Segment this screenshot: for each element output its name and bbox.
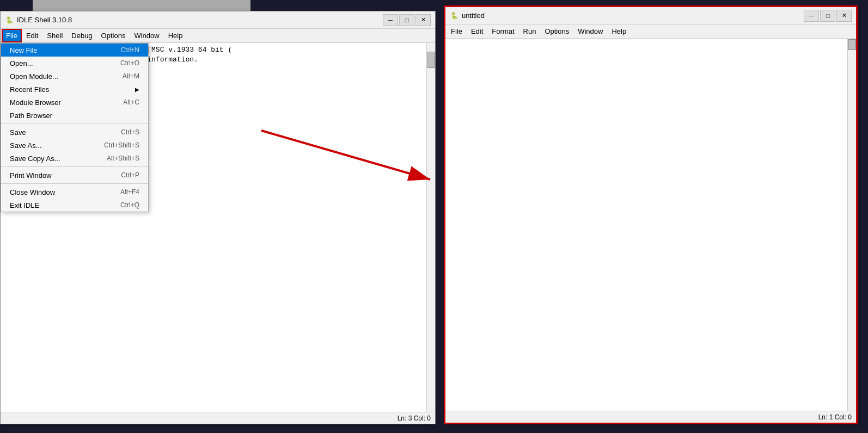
editor-titlebar-controls: ─ □ ✕ (804, 10, 852, 22)
editor-scrollbar[interactable] (847, 39, 856, 411)
file-dropdown-menu: New File Ctrl+N Open... Ctrl+O Open Modu… (1, 43, 149, 212)
path-browser-label: Path Browser (10, 112, 52, 120)
menu-window[interactable]: Window (130, 29, 163, 42)
recent-files-label: Recent Files (10, 85, 49, 94)
shell-titlebar: 🐍 IDLE Shell 3.10.8 ─ □ ✕ (1, 11, 435, 29)
menu-help[interactable]: Help (164, 29, 187, 42)
editor-close-button[interactable]: ✕ (836, 10, 852, 22)
menu-file[interactable]: File (2, 29, 22, 42)
open-module-label: Open Module... (10, 72, 58, 81)
close-window-shortcut: Alt+F4 (120, 188, 139, 196)
separator-2 (1, 166, 148, 167)
save-as-shortcut: Ctrl+Shift+S (104, 141, 139, 149)
open-label: Open... (10, 59, 33, 67)
editor-menu-help[interactable]: Help (607, 24, 631, 38)
editor-maximize-button[interactable]: □ (820, 10, 835, 22)
idle-shell-window: 🐍 IDLE Shell 3.10.8 ─ □ ✕ File Edit Shel… (0, 11, 436, 424)
save-shortcut: Ctrl+S (121, 128, 139, 136)
menu-path-browser[interactable]: Path Browser (1, 109, 148, 122)
shell-icon: 🐍 (5, 16, 14, 24)
editor-icon: 🐍 (450, 11, 459, 20)
editor-window: 🐍 untitled ─ □ ✕ File Edit Format Run Op… (444, 5, 858, 424)
menu-edit[interactable]: Edit (22, 29, 42, 42)
separator-3 (1, 183, 148, 184)
new-file-label: New File (10, 46, 38, 54)
editor-menu-edit[interactable]: Edit (467, 24, 487, 38)
save-copy-as-shortcut: Alt+Shift+S (107, 154, 139, 162)
shell-status-text: Ln: 3 Col: 0 (398, 415, 431, 422)
editor-menu-run[interactable]: Run (519, 24, 541, 38)
menu-save-as[interactable]: Save As... Ctrl+Shift+S (1, 139, 148, 152)
menu-save[interactable]: Save Ctrl+S (1, 126, 148, 139)
menu-recent-files[interactable]: Recent Files ▶ (1, 83, 148, 96)
menu-print-window[interactable]: Print Window Ctrl+P (1, 169, 148, 182)
shell-statusbar: Ln: 3 Col: 0 (1, 412, 435, 424)
editor-menu-window[interactable]: Window (573, 24, 607, 38)
titlebar-controls: ─ □ ✕ (383, 14, 431, 26)
exit-idle-shortcut: Ctrl+Q (120, 201, 139, 209)
editor-menu-format[interactable]: Format (487, 24, 518, 38)
print-window-shortcut: Ctrl+P (121, 171, 139, 179)
editor-titlebar: 🐍 untitled ─ □ ✕ (445, 7, 856, 24)
editor-minimize-button[interactable]: ─ (804, 10, 819, 22)
close-button[interactable]: ✕ (415, 14, 431, 26)
shell-title: IDLE Shell 3.10.8 (17, 16, 383, 24)
menu-debug[interactable]: Debug (67, 29, 96, 42)
menu-shell[interactable]: Shell (42, 29, 67, 42)
save-as-label: Save As... (10, 141, 42, 150)
menu-new-file[interactable]: New File Ctrl+N (1, 44, 148, 57)
module-browser-shortcut: Alt+C (123, 98, 139, 106)
menu-exit-idle[interactable]: Exit IDLE Ctrl+Q (1, 199, 148, 212)
open-module-shortcut: Alt+M (123, 72, 139, 80)
menu-save-copy-as[interactable]: Save Copy As... Alt+Shift+S (1, 152, 148, 165)
editor-content-area[interactable] (445, 39, 856, 411)
shell-scrollbar-thumb[interactable] (427, 52, 435, 68)
separator-1 (1, 123, 148, 124)
editor-scrollbar-thumb[interactable] (848, 39, 856, 50)
maximize-button[interactable]: □ (399, 14, 414, 26)
save-copy-as-label: Save Copy As... (10, 154, 60, 163)
menu-open-module[interactable]: Open Module... Alt+M (1, 70, 148, 83)
exit-idle-label: Exit IDLE (10, 201, 39, 209)
shell-scrollbar[interactable] (426, 43, 435, 412)
editor-menu-file[interactable]: File (447, 24, 467, 38)
new-file-shortcut: Ctrl+N (121, 46, 139, 54)
menu-options[interactable]: Options (97, 29, 130, 42)
close-window-label: Close Window (10, 188, 55, 196)
minimize-button[interactable]: ─ (383, 14, 398, 26)
editor-title: untitled (462, 11, 804, 20)
menu-open[interactable]: Open... Ctrl+O (1, 57, 148, 70)
editor-menu-options[interactable]: Options (540, 24, 573, 38)
recent-files-arrow: ▶ (135, 86, 139, 92)
module-browser-label: Module Browser (10, 98, 61, 107)
editor-status-text: Ln: 1 Col: 0 (818, 413, 852, 421)
open-shortcut: Ctrl+O (120, 59, 139, 67)
menu-module-browser[interactable]: Module Browser Alt+C (1, 96, 148, 109)
save-label: Save (10, 128, 26, 137)
editor-statusbar: Ln: 1 Col: 0 (445, 411, 856, 423)
print-window-label: Print Window (10, 171, 52, 180)
menu-close-window[interactable]: Close Window Alt+F4 (1, 185, 148, 199)
shell-menubar: File Edit Shell Debug Options Window Hel… (1, 29, 435, 43)
editor-menubar: File Edit Format Run Options Window Help (445, 24, 856, 39)
